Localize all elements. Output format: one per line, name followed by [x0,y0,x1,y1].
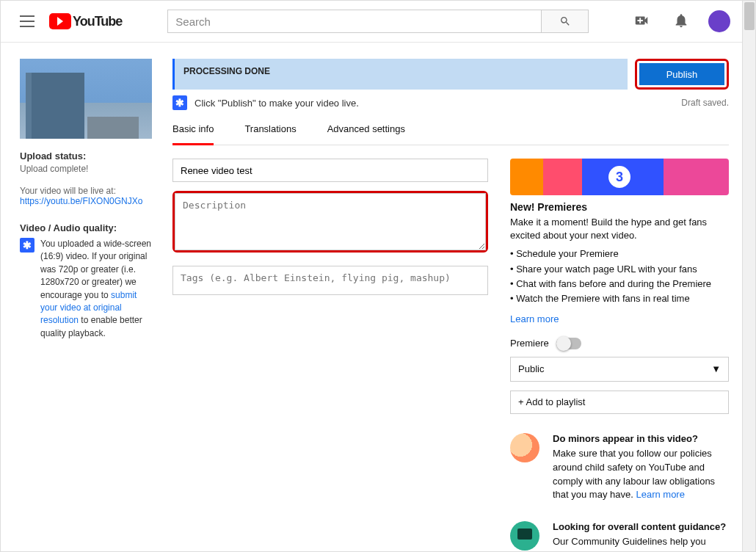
video-description-input[interactable] [175,193,486,250]
chevron-down-icon: ▼ [711,363,721,374]
page-scrollbar[interactable] [742,1,755,551]
tab-translations[interactable]: Translations [244,123,296,145]
premieres-learn-more-link[interactable]: Learn more [510,313,559,324]
minors-body: Make sure that you follow our policies a… [553,447,729,502]
notifications-icon[interactable] [669,8,694,35]
live-at-label: Your video will be live at: [20,186,152,196]
premieres-bullets: Schedule your Premiere Share your watch … [510,247,729,306]
search-input[interactable] [167,10,542,33]
publish-button[interactable]: Publish [639,63,724,85]
processing-banner: PROCESSING DONE [172,59,628,90]
brand-text: YouTube [73,14,122,29]
premieres-body: Make it a moment! Build the hype and get… [510,216,729,242]
description-highlight [172,191,488,253]
minors-title: Do minors appear in this video? [553,433,729,444]
publish-highlight: Publish [635,59,729,90]
premieres-title: New! Premieres [510,201,729,213]
info-badge-icon: ✱ [20,238,34,253]
menu-icon[interactable] [14,10,40,33]
tab-basic-info[interactable]: Basic info [172,123,214,145]
left-sidebar: Upload status: Upload complete! Your vid… [20,59,152,551]
search-button[interactable] [542,10,589,33]
guidance-icon [510,521,539,551]
guidance-title: Looking for overall content guidance? [553,521,729,532]
publish-hint: Click "Publish" to make your video live. [195,98,359,109]
create-video-icon[interactable] [629,8,654,35]
top-bar: YouTube [1,1,744,42]
youtube-logo[interactable]: YouTube [49,13,122,29]
tabs: Basic info Translations Advanced setting… [172,123,729,145]
draft-saved-text: Draft saved. [681,98,729,108]
video-title-input[interactable] [172,159,488,182]
video-tags-input[interactable] [172,266,488,295]
list-item: Share your watch page URL with your fans [510,262,729,277]
list-item: Schedule your Premiere [510,247,729,261]
video-url-link[interactable]: https://youtu.be/FIXON0GNJXo [20,196,152,206]
add-to-playlist-button[interactable]: + Add to playlist [510,391,729,414]
premiere-toggle-label: Premiere [510,338,549,349]
minors-icon [510,433,539,462]
video-thumbnail[interactable] [20,59,152,139]
visibility-select[interactable]: Public ▼ [510,357,729,382]
upload-status-value: Upload complete! [20,164,152,174]
minors-learn-more-link[interactable]: Learn more [636,489,684,500]
upload-status-label: Upload status: [20,150,152,161]
search-icon [559,15,571,27]
quality-text: You uploaded a wide-screen (16:9) video.… [40,238,152,340]
avatar[interactable] [708,10,730,32]
list-item: Chat with fans before and during the Pre… [510,277,729,291]
quality-label: Video / Audio quality: [20,222,152,233]
search-box [167,10,589,33]
countdown-badge: 3 [608,166,630,188]
tab-advanced-settings[interactable]: Advanced settings [327,123,405,145]
premiere-toggle[interactable] [556,338,581,349]
premieres-promo-banner: 3 [510,159,729,195]
youtube-play-icon [49,13,71,29]
guidance-body: Our Community Guidelines help you steer … [553,535,729,551]
list-item: Watch the Premiere with fans in real tim… [510,291,729,306]
hint-badge-icon: ✱ [172,95,187,110]
visibility-value: Public [518,363,544,374]
